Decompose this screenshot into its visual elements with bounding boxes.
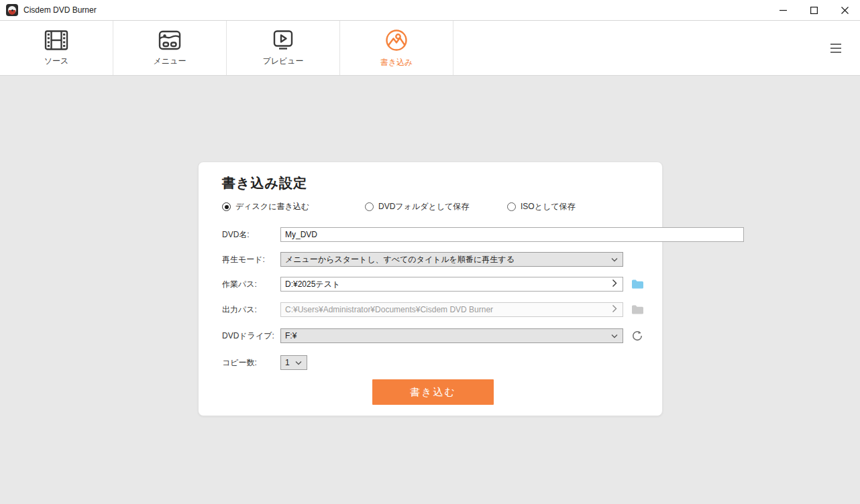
work-path-row: 作業パス: D:¥2025テスト: [199, 277, 662, 292]
panel-title: 書き込み設定: [222, 174, 307, 192]
tab-preview-label: プレビュー: [262, 56, 303, 67]
play-mode-row: 再生モード: メニューからスタートし、すべてのタイトルを順番に再生する: [199, 252, 662, 267]
dvd-drive-row: DVDドライブ: F:¥: [199, 328, 662, 343]
burn-settings-panel: 書き込み設定 ディスクに書き込む DVDフォルダとして保存 ISOとして保存 D…: [198, 162, 663, 416]
radio-save-as-dvd-folder[interactable]: DVDフォルダとして保存: [365, 201, 469, 212]
radio-unselected-icon: [365, 202, 374, 211]
dvd-drive-label: DVDドライブ:: [222, 330, 274, 342]
title-bar: Cisdem DVD Burner: [0, 0, 860, 21]
hamburger-menu-icon[interactable]: [820, 21, 860, 75]
output-path-label: 出力パス:: [222, 304, 257, 316]
play-monitor-icon: [271, 29, 295, 51]
film-strip-icon: [44, 29, 68, 51]
chevron-down-icon: [295, 358, 302, 367]
main-content: 書き込み設定 ディスクに書き込む DVDフォルダとして保存 ISOとして保存 D…: [0, 76, 860, 503]
dvd-name-row: DVD名:: [199, 227, 662, 242]
output-path-field: C:¥Users¥Administrator¥Documents¥Cisdem …: [280, 302, 623, 317]
play-mode-label: 再生モード:: [222, 254, 265, 265]
burn-mode-radio-group: ディスクに書き込む DVDフォルダとして保存 ISOとして保存: [199, 201, 662, 213]
refresh-drives-icon[interactable]: [631, 329, 644, 342]
burn-icon: [384, 28, 409, 52]
minimize-button[interactable]: [767, 0, 798, 21]
tab-menu-label: メニュー: [154, 56, 186, 67]
copies-row: コピー数: 1: [199, 355, 662, 370]
copies-label: コピー数:: [222, 357, 257, 369]
menu-template-icon: [158, 29, 182, 51]
play-mode-select[interactable]: メニューからスタートし、すべてのタイトルを順番に再生する: [280, 252, 623, 267]
radio-unselected-icon: [507, 202, 516, 211]
work-path-label: 作業パス:: [222, 279, 257, 290]
dvd-drive-select[interactable]: F:¥: [280, 328, 623, 343]
radio-burn-to-disc[interactable]: ディスクに書き込む: [222, 201, 309, 212]
tab-preview[interactable]: プレビュー: [227, 21, 340, 75]
radio-save-as-iso[interactable]: ISOとして保存: [507, 201, 576, 212]
tab-source-label: ソース: [44, 56, 69, 67]
chevron-down-icon: [611, 255, 618, 264]
radio-selected-icon: [222, 202, 231, 211]
copies-select[interactable]: 1: [280, 355, 307, 370]
chevron-right-icon: [612, 305, 617, 315]
output-path-row: 出力パス: C:¥Users¥Administrator¥Documents¥C…: [199, 302, 662, 317]
work-folder-icon[interactable]: [631, 277, 644, 291]
chevron-down-icon: [611, 331, 618, 340]
app-icon: [6, 4, 18, 16]
burn-button[interactable]: 書き込む: [372, 379, 494, 405]
tab-menu[interactable]: メニュー: [113, 21, 227, 75]
output-folder-icon: [631, 303, 644, 316]
close-button[interactable]: [829, 0, 860, 21]
dvd-name-input[interactable]: [280, 227, 744, 242]
dvd-name-label: DVD名:: [222, 229, 250, 241]
tab-bar: ソース メニュー プレビュー: [0, 21, 860, 76]
maximize-button[interactable]: [798, 0, 829, 21]
tab-source[interactable]: ソース: [0, 21, 113, 75]
window-title: Cisdem DVD Burner: [23, 5, 97, 15]
tab-burn[interactable]: 書き込み: [340, 21, 453, 75]
tab-burn-label: 書き込み: [380, 57, 413, 68]
chevron-right-icon: [612, 279, 617, 290]
work-path-field[interactable]: D:¥2025テスト: [280, 277, 623, 292]
